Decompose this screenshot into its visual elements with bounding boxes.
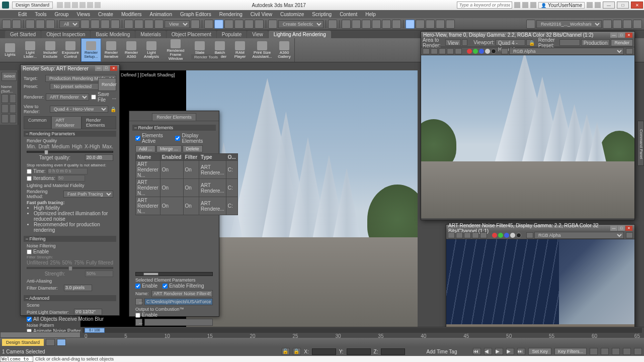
toggle-overlay-icon[interactable] xyxy=(501,48,508,54)
maximize-button[interactable]: □ xyxy=(617,2,629,9)
command-panel-tab[interactable]: Command Panel xyxy=(637,121,644,166)
rframe1-min[interactable]: — xyxy=(610,33,617,38)
scale-button[interactable] xyxy=(144,20,153,29)
workspace-selector[interactable]: Design Standard xyxy=(12,2,53,9)
include-exclude-button[interactable]: Include/ Exclude xyxy=(40,38,60,62)
time-slider-track[interactable]: 0 / 100 xyxy=(83,328,642,333)
undo-button[interactable] xyxy=(2,20,11,29)
toggle-ribbon-button[interactable] xyxy=(362,20,371,29)
angle-snap-button[interactable] xyxy=(234,20,244,29)
next-frame-icon[interactable]: ▶ xyxy=(506,348,514,355)
autodesk-account-button[interactable] xyxy=(446,20,455,29)
manipulate-button[interactable] xyxy=(204,20,213,29)
revit-sync-button[interactable] xyxy=(613,20,622,29)
ribbon-tab-object-inspection[interactable]: Object Inspection xyxy=(41,31,90,38)
rendering-params-rollout[interactable]: Rendering Parameters xyxy=(24,131,116,137)
z-coord-input[interactable] xyxy=(381,348,405,355)
display-toggle-1[interactable] xyxy=(2,94,9,103)
browse-combustion-button[interactable]: ... xyxy=(135,319,142,326)
render-production-button[interactable] xyxy=(426,20,435,29)
help-icon[interactable] xyxy=(595,2,601,8)
play-icon[interactable]: ▶ xyxy=(495,348,503,355)
unlink-button[interactable] xyxy=(36,20,45,29)
qat-redo-icon[interactable] xyxy=(87,2,93,8)
rect-region-button[interactable] xyxy=(101,20,110,29)
display-toggle-3[interactable] xyxy=(2,104,9,113)
ribbon-tab-populate[interactable]: Populate xyxy=(217,31,247,38)
timeline[interactable]: 0 / 100 05101520253035404550556065 xyxy=(80,327,644,338)
display-elements-check[interactable] xyxy=(175,136,180,141)
region-icon[interactable] xyxy=(462,39,467,46)
filter-diameter-spinner[interactable]: 3.0 pixels xyxy=(64,285,92,291)
link-button[interactable] xyxy=(26,20,35,29)
channel-select-2[interactable]: RGB Alpha xyxy=(534,232,624,239)
help-search-input[interactable] xyxy=(457,2,512,9)
ram-player-button[interactable]: RAM Player xyxy=(230,38,250,62)
area-select[interactable]: View xyxy=(445,39,461,46)
scene-explorer-hscroll[interactable] xyxy=(0,332,80,338)
revit-manage-button[interactable] xyxy=(623,20,632,29)
nav-zoom-icon[interactable] xyxy=(590,348,598,355)
select-button[interactable] xyxy=(80,20,90,29)
dialog-min-icon[interactable]: — xyxy=(95,66,102,71)
green-channel-toggle[interactable] xyxy=(473,49,478,54)
view-select[interactable]: Quad 4 - Hero-View xyxy=(50,106,108,113)
light-analysis-button[interactable]: Light Analysis xyxy=(141,38,162,62)
menu-animation[interactable]: Animation xyxy=(145,11,176,18)
preset-select-2[interactable] xyxy=(559,39,580,46)
tab-common[interactable]: Common xyxy=(24,116,51,129)
vp-select[interactable]: Quad 4 - Hero-Vie xyxy=(496,39,525,46)
isolate-icon[interactable]: 🔒 xyxy=(293,348,301,355)
qat-open-icon[interactable] xyxy=(64,2,70,8)
menu-views[interactable]: Views xyxy=(72,11,94,18)
menu-scripting[interactable]: Scripting xyxy=(308,11,336,18)
rframe1-max[interactable]: □ xyxy=(618,33,625,38)
dialog-close-button[interactable]: ✕ xyxy=(110,66,117,71)
mono-toggle-2[interactable] xyxy=(516,233,521,238)
nav-pan-icon[interactable] xyxy=(612,348,620,355)
window-crossing-button[interactable] xyxy=(111,20,120,29)
ribbon-tab-view[interactable]: View xyxy=(247,31,268,38)
mono-toggle[interactable] xyxy=(491,49,496,54)
revit-settings-button[interactable] xyxy=(633,20,642,29)
tab-art-renderer[interactable]: ART Renderer xyxy=(51,116,82,129)
alpha-channel-toggle-2[interactable] xyxy=(510,233,515,238)
menu-tools[interactable]: Tools xyxy=(31,11,50,18)
revit-import-button[interactable] xyxy=(603,20,612,29)
mirror-button[interactable] xyxy=(328,20,337,29)
render-a360-button[interactable] xyxy=(436,20,445,29)
table-row[interactable]: ART Renderer N...OnOnART Rendere...C: xyxy=(136,197,238,215)
name-sort-header[interactable]: Name (Sort... xyxy=(1,84,17,94)
channel-select[interactable]: RGB Alpha xyxy=(509,48,624,55)
copy-image-icon-2[interactable] xyxy=(456,232,463,238)
qat-new-icon[interactable] xyxy=(57,2,63,8)
time-check[interactable] xyxy=(27,169,32,174)
tab-render-elements[interactable]: Render Elements xyxy=(82,116,116,129)
toggle-ui-icon[interactable] xyxy=(626,48,633,54)
add-time-tag[interactable]: Add Time Tag xyxy=(426,349,457,354)
ribbon-tab-get-started[interactable]: Get Started xyxy=(5,31,41,38)
signin-icon[interactable] xyxy=(530,2,536,8)
red-channel-toggle-2[interactable] xyxy=(492,233,497,238)
print-image-icon[interactable] xyxy=(447,48,454,54)
ribbon-tab-object-placement[interactable]: Object Placement xyxy=(167,31,216,38)
enable-combustion-check[interactable] xyxy=(135,313,140,318)
save-image-icon-2[interactable] xyxy=(448,232,455,238)
layers-button[interactable] xyxy=(352,20,361,29)
print-size-button[interactable]: Print Size Assistant... xyxy=(250,38,274,62)
blue-channel-toggle-2[interactable] xyxy=(504,233,509,238)
menu-content[interactable]: Content xyxy=(336,11,361,18)
menu-group[interactable]: Group xyxy=(51,11,73,18)
prev-key-icon[interactable]: ⏮ xyxy=(473,348,481,355)
add-element-button[interactable]: Add ... xyxy=(135,145,155,152)
red-channel-toggle[interactable] xyxy=(467,49,472,54)
rframe-render-button[interactable]: Render xyxy=(611,39,633,46)
rendered-frame-button[interactable] xyxy=(416,20,425,29)
selection-filter[interactable]: All xyxy=(59,20,79,28)
schematic-button[interactable] xyxy=(382,20,391,29)
table-row[interactable]: ART Renderer N...OnOnART Rendere...C: xyxy=(136,161,238,179)
display-toggle-4[interactable] xyxy=(10,104,17,113)
nav-orbit-icon[interactable] xyxy=(623,348,631,355)
lock-vp-icon[interactable]: 🔒 xyxy=(526,39,532,46)
move-button[interactable] xyxy=(124,20,133,29)
